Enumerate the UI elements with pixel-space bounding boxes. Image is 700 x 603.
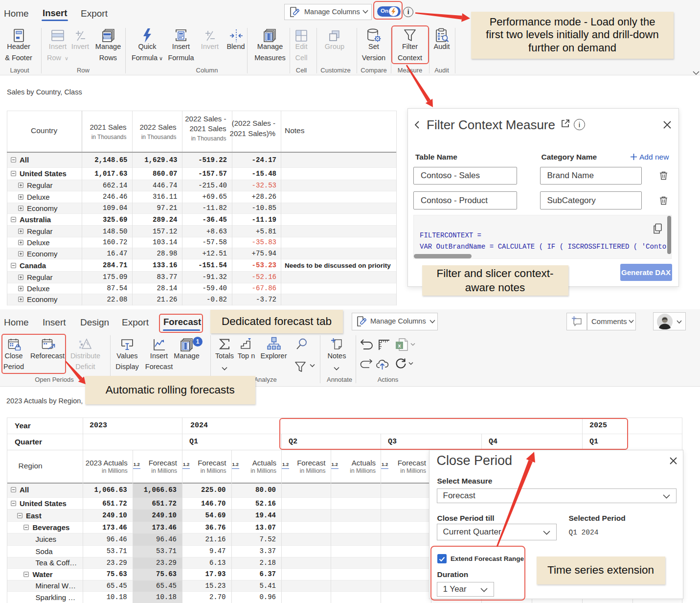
svg-text:x: x <box>398 343 401 348</box>
